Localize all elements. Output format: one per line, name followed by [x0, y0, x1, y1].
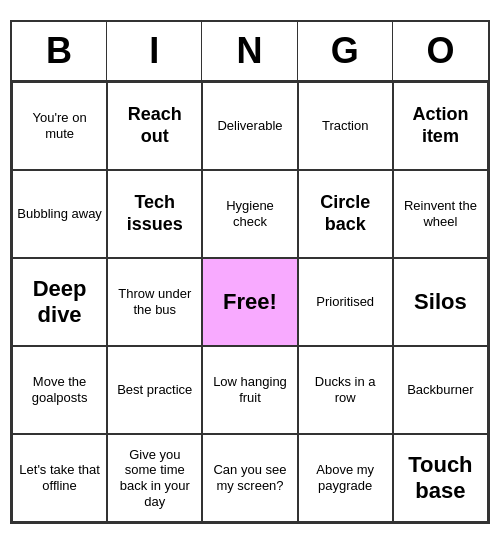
bingo-cell-2[interactable]: Deliverable	[202, 82, 297, 170]
bingo-cell-18[interactable]: Ducks in a row	[298, 346, 393, 434]
bingo-cell-14[interactable]: Silos	[393, 258, 488, 346]
bingo-cell-15[interactable]: Move the goalposts	[12, 346, 107, 434]
bingo-cell-24[interactable]: Touch base	[393, 434, 488, 522]
bingo-cell-21[interactable]: Give you some time back in your day	[107, 434, 202, 522]
bingo-cell-17[interactable]: Low hanging fruit	[202, 346, 297, 434]
bingo-grid: You're on muteReach outDeliverableTracti…	[12, 82, 488, 522]
bingo-cell-22[interactable]: Can you see my screen?	[202, 434, 297, 522]
bingo-cell-8[interactable]: Circle back	[298, 170, 393, 258]
bingo-cell-3[interactable]: Traction	[298, 82, 393, 170]
bingo-cell-5[interactable]: Bubbling away	[12, 170, 107, 258]
bingo-cell-6[interactable]: Tech issues	[107, 170, 202, 258]
bingo-cell-19[interactable]: Backburner	[393, 346, 488, 434]
bingo-letter-g: G	[298, 22, 393, 80]
bingo-header: BINGO	[12, 22, 488, 82]
bingo-card: BINGO You're on muteReach outDeliverable…	[10, 20, 490, 524]
bingo-cell-0[interactable]: You're on mute	[12, 82, 107, 170]
bingo-letter-n: N	[202, 22, 297, 80]
bingo-cell-11[interactable]: Throw under the bus	[107, 258, 202, 346]
bingo-cell-9[interactable]: Reinvent the wheel	[393, 170, 488, 258]
bingo-cell-10[interactable]: Deep dive	[12, 258, 107, 346]
bingo-cell-13[interactable]: Prioritised	[298, 258, 393, 346]
bingo-cell-7[interactable]: Hygiene check	[202, 170, 297, 258]
bingo-cell-4[interactable]: Action item	[393, 82, 488, 170]
bingo-cell-23[interactable]: Above my paygrade	[298, 434, 393, 522]
bingo-letter-o: O	[393, 22, 488, 80]
bingo-cell-12[interactable]: Free!	[202, 258, 297, 346]
bingo-letter-b: B	[12, 22, 107, 80]
bingo-cell-20[interactable]: Let's take that offline	[12, 434, 107, 522]
bingo-letter-i: I	[107, 22, 202, 80]
bingo-cell-16[interactable]: Best practice	[107, 346, 202, 434]
bingo-cell-1[interactable]: Reach out	[107, 82, 202, 170]
